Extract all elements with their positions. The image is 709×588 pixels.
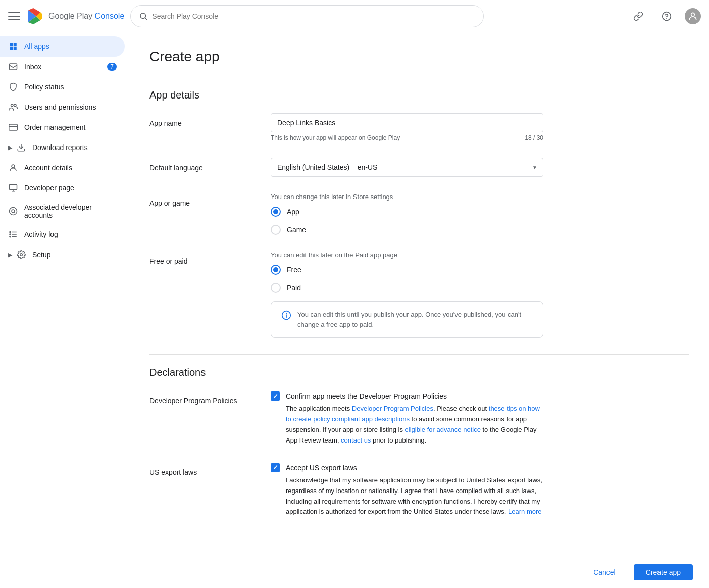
search-input[interactable] [152, 12, 475, 20]
logo: Google Play Console [26, 7, 124, 25]
free-or-paid-radio-group: Free Paid [271, 265, 543, 293]
card-icon [8, 122, 18, 132]
svg-point-5 [11, 104, 14, 107]
sidebar-item-developer-page[interactable]: Developer page [0, 178, 125, 198]
dev-policies-link3[interactable]: eligible for advance notice [405, 426, 481, 433]
expand-icon-setup: ▶ [8, 252, 12, 258]
sidebar-item-label-all-apps: All apps [24, 42, 117, 51]
sidebar-item-label-setup: Setup [32, 251, 117, 259]
app-name-input[interactable] [271, 113, 543, 132]
dev-policies-text-2: . Please check out [433, 405, 489, 412]
menu-icon[interactable] [8, 10, 20, 22]
dev-policies-label: Developer Program Policies [149, 390, 250, 446]
svg-point-17 [10, 231, 11, 232]
form-row-app-name: App name This is how your app will appea… [149, 113, 689, 141]
dev-policies-link1[interactable]: Developer Program Policies [352, 405, 433, 412]
logo-console-text: Console [95, 12, 125, 20]
content-area: Create app App details App name This is … [129, 32, 709, 556]
form-row-app-or-game: App or game You can change this later in… [149, 193, 689, 235]
form-row-free-or-paid: Free or paid You can edit this later on … [149, 251, 689, 338]
topbar: Google Play Console [0, 0, 709, 32]
radio-free-option[interactable]: Free [271, 265, 543, 275]
info-icon [281, 310, 291, 323]
radio-paid-option[interactable]: Paid [271, 283, 543, 293]
link-icon-button[interactable] [628, 6, 648, 26]
search-bar [130, 5, 484, 27]
declarations-section: Declarations Developer Program Policies … [149, 367, 689, 517]
sidebar-item-account-details[interactable]: Account details [0, 158, 125, 178]
radio-app-circle [271, 207, 281, 217]
person-icon [688, 11, 698, 21]
sidebar-item-all-apps[interactable]: All apps [0, 36, 125, 57]
search-icon [139, 12, 148, 21]
sidebar-item-download-reports[interactable]: ▶ Download reports [0, 137, 125, 158]
us-export-title: Accept US export laws [286, 462, 543, 473]
us-export-checkbox[interactable] [271, 463, 280, 472]
app-or-game-hint: You can change this later in Store setti… [271, 193, 543, 201]
inbox-badge: 7 [107, 63, 117, 71]
sidebar: All apps Inbox 7 Policy status Users and… [0, 32, 129, 556]
svg-point-18 [10, 234, 11, 235]
app-name-count: 18 / 30 [525, 134, 543, 141]
help-icon-button[interactable] [656, 6, 677, 26]
sidebar-item-label-account: Account details [24, 164, 117, 172]
gear-icon [16, 250, 26, 260]
language-select-wrapper: English (United States) – en-US [271, 158, 543, 177]
sidebar-item-policy-status[interactable]: Policy status [0, 77, 125, 97]
app-name-hint-text: This is how your app will appear on Goog… [271, 134, 400, 141]
sidebar-item-associated-accounts[interactable]: Associated developer accounts [0, 198, 125, 224]
sidebar-item-label-policy: Policy status [24, 83, 117, 91]
footer: Cancel Create app [0, 556, 709, 588]
divider-2 [149, 354, 689, 355]
link-icon [633, 11, 643, 21]
declarations-section-title: Declarations [149, 367, 689, 378]
sidebar-item-label-inbox: Inbox [24, 63, 101, 71]
sidebar-item-activity-log[interactable]: Activity log [0, 224, 125, 244]
cancel-button[interactable]: Cancel [583, 564, 626, 580]
sidebar-item-users-permissions[interactable]: Users and permissions [0, 97, 125, 117]
sidebar-item-label-orders: Order management [24, 123, 117, 131]
app-or-game-radio-group: App Game [271, 207, 543, 235]
svg-rect-4 [10, 64, 17, 70]
us-export-link[interactable]: Learn more [508, 508, 541, 515]
circle-accounts-icon [8, 206, 18, 216]
sidebar-item-order-management[interactable]: Order management [0, 117, 125, 137]
radio-app-option[interactable]: App [271, 207, 543, 217]
svg-point-19 [10, 236, 11, 237]
radio-free-label: Free [287, 266, 301, 274]
radio-game-option[interactable]: Game [271, 225, 543, 235]
avatar[interactable] [685, 8, 701, 24]
free-paid-info-text: You can edit this until you publish your… [297, 310, 533, 329]
sidebar-item-inbox[interactable]: Inbox 7 [0, 57, 125, 77]
svg-point-13 [12, 210, 15, 213]
create-app-button[interactable]: Create app [634, 564, 693, 580]
sidebar-item-setup[interactable]: ▶ Setup [0, 244, 125, 265]
topbar-actions [628, 6, 701, 26]
page-title: Create app [149, 48, 689, 65]
form-row-dev-policies: Developer Program Policies Confirm app m… [149, 390, 689, 446]
app-or-game-label: App or game [149, 193, 250, 235]
dev-policies-checkbox[interactable] [271, 391, 280, 401]
app-name-field: This is how your app will appear on Goog… [271, 113, 543, 141]
dev-policies-field: Confirm app meets the Developer Program … [271, 390, 543, 446]
dev-policies-title: Confirm app meets the Developer Program … [286, 390, 543, 402]
radio-paid-label: Paid [287, 284, 301, 292]
us-export-checkbox-row: Accept US export laws I acknowledge that… [271, 462, 543, 518]
sidebar-item-label-activity: Activity log [24, 230, 117, 238]
inbox-icon [8, 62, 18, 72]
svg-point-2 [666, 18, 667, 19]
dev-policies-text-1: The application meets [286, 405, 352, 412]
sidebar-item-label-developer: Developer page [24, 184, 117, 192]
sidebar-item-label-download: Download reports [32, 143, 117, 152]
play-logo-icon [26, 7, 44, 25]
developer-icon [8, 183, 18, 193]
dev-policies-text-5: prior to publishing. [371, 436, 426, 444]
account-icon [8, 163, 18, 173]
sidebar-item-label-users: Users and permissions [24, 103, 117, 111]
radio-game-label: Game [287, 226, 306, 234]
free-paid-info-box: You can edit this until you publish your… [271, 301, 543, 338]
form-row-default-language: Default language English (United States)… [149, 158, 689, 177]
language-select[interactable]: English (United States) – en-US [271, 158, 543, 177]
sidebar-item-label-associated: Associated developer accounts [24, 203, 117, 219]
dev-policies-link4[interactable]: contact us [341, 436, 371, 444]
